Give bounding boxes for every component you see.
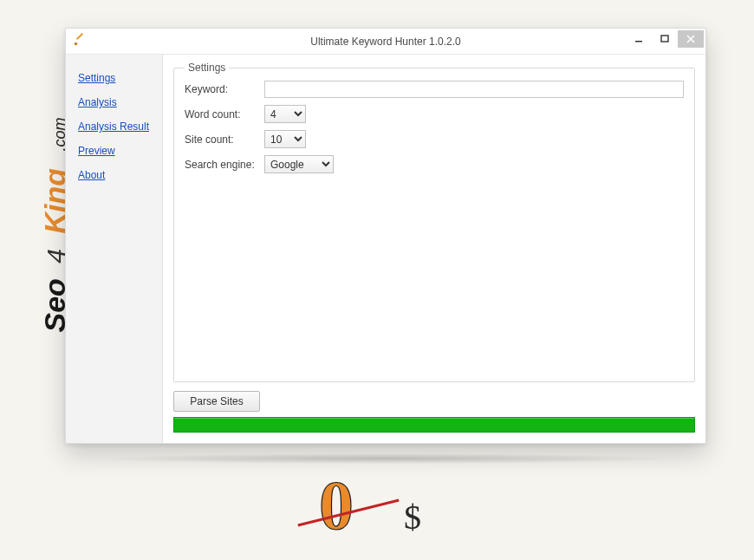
row-word-count: Word count: 4 <box>185 105 684 123</box>
row-site-count: Site count: 10 <box>185 130 684 148</box>
window-title: Ultimate Keyword Hunter 1.0.2.0 <box>310 36 460 48</box>
main-panel: Settings Keyword: Word count: 4 Site cou… <box>163 55 705 443</box>
sidebar-item-settings[interactable]: Settings <box>66 67 162 91</box>
site-count-select[interactable]: 10 <box>264 130 306 148</box>
site-count-label: Site count: <box>185 133 264 146</box>
price-zero: 0 <box>319 472 354 539</box>
price-value-wrap: 0 <box>303 477 390 544</box>
sidebar-item-analysis-result[interactable]: Analysis Result <box>66 115 162 140</box>
row-search-engine: Search engine: Google <box>185 155 684 173</box>
settings-group: Settings Keyword: Word count: 4 Site cou… <box>173 62 695 382</box>
window-body: Settings Analysis Analysis Result Previe… <box>66 55 705 443</box>
settings-legend: Settings <box>185 62 229 74</box>
app-window: Ultimate Keyword Hunter 1.0.2.0 Settings… <box>65 28 706 444</box>
titlebar[interactable]: Ultimate Keyword Hunter 1.0.2.0 <box>66 29 705 55</box>
row-keyword: Keyword: <box>185 81 684 98</box>
keyword-input[interactable] <box>264 81 684 98</box>
window-controls <box>626 30 704 48</box>
sidebar-item-about[interactable]: About <box>66 164 162 188</box>
price-graphic: 0 $ <box>303 477 421 544</box>
decorative-shadow <box>75 453 697 464</box>
close-icon <box>686 35 695 43</box>
search-engine-select[interactable]: Google <box>264 155 334 173</box>
word-count-label: Word count: <box>185 108 264 120</box>
progress-bar <box>173 417 695 433</box>
minimize-button[interactable] <box>626 30 652 48</box>
sidebar: Settings Analysis Analysis Result Previe… <box>66 55 163 443</box>
currency-symbol: $ <box>404 497 421 544</box>
close-button[interactable] <box>678 30 704 48</box>
maximize-icon <box>660 35 669 43</box>
word-count-select[interactable]: 4 <box>264 105 306 123</box>
svg-rect-1 <box>661 36 668 42</box>
parse-sites-button[interactable]: Parse Sites <box>173 391 260 412</box>
svg-rect-0 <box>635 41 642 42</box>
keyword-label: Keyword: <box>185 83 264 95</box>
sidebar-item-preview[interactable]: Preview <box>66 140 162 164</box>
maximize-button[interactable] <box>652 30 678 48</box>
app-icon <box>73 35 87 49</box>
minimize-icon <box>634 35 643 43</box>
sidebar-item-analysis[interactable]: Analysis <box>66 91 162 115</box>
search-engine-label: Search engine: <box>185 159 264 171</box>
